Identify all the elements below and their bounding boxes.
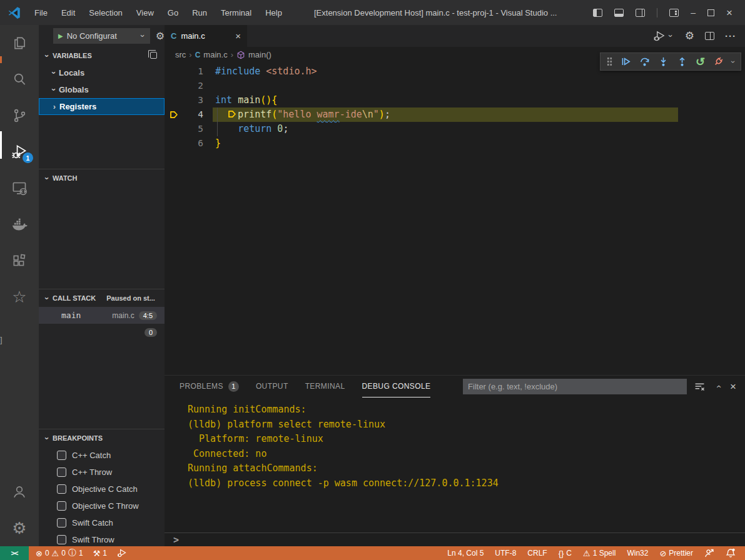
collapse-all-icon[interactable]: [150, 52, 157, 59]
debug-status[interactable]: [114, 548, 130, 558]
code-line-2[interactable]: 2: [165, 79, 745, 93]
call-stack-section-header[interactable]: › CALL STACK Paused on st...: [39, 289, 165, 307]
problems-status[interactable]: ⊗ 0 ⚠ 0 ⓘ 1: [33, 548, 86, 559]
spell-status[interactable]: ⚠ 1 Spell: [580, 549, 619, 558]
checkbox[interactable]: [57, 468, 66, 477]
panel-tab-problems[interactable]: PROBLEMS1: [180, 376, 239, 398]
toggle-panel-icon[interactable]: [614, 9, 624, 17]
breakpoint-row[interactable]: C++ Catch: [39, 447, 165, 464]
remote-indicator[interactable]: ><: [0, 546, 29, 560]
panel-tab-terminal[interactable]: TERMINAL: [305, 376, 345, 398]
breadcrumb-symbol[interactable]: main(): [248, 50, 271, 59]
breadcrumb-file[interactable]: main.c: [203, 50, 227, 59]
menu-edit[interactable]: Edit: [54, 0, 82, 25]
checkbox[interactable]: [57, 535, 66, 544]
watch-section-header[interactable]: › WATCH: [39, 169, 165, 187]
gear-icon: ⚙: [12, 519, 26, 538]
more-actions-icon[interactable]: ···: [725, 31, 736, 41]
feedback-button[interactable]: [701, 548, 717, 558]
settings-button[interactable]: ⚙: [0, 510, 39, 546]
menu-help[interactable]: Help: [258, 0, 289, 25]
notifications-button[interactable]: [722, 548, 739, 558]
toggle-sidebar-icon[interactable]: [593, 9, 602, 17]
variables-row-registers[interactable]: ›Registers: [39, 98, 165, 115]
debug-stopped-arrow-icon[interactable]: [165, 108, 183, 122]
code-editor[interactable]: 1#include <stdio.h>23int main(){4 printf…: [165, 62, 745, 375]
debug-console-input[interactable]: >: [165, 532, 745, 546]
gear-icon[interactable]: ⚙: [156, 30, 165, 42]
step-out-button[interactable]: [677, 56, 687, 67]
breakpoint-row[interactable]: Swift Throw: [39, 531, 165, 546]
tab-main-c[interactable]: C main.c ×: [165, 25, 247, 47]
stack-frame-row[interactable]: main main.c 4:5: [39, 307, 165, 324]
minimize-button[interactable]: –: [691, 8, 696, 18]
cursor-position[interactable]: Ln 4, Col 5: [444, 549, 487, 558]
breakpoint-row[interactable]: C++ Throw: [39, 464, 165, 481]
filter-input[interactable]: [463, 379, 687, 394]
close-icon[interactable]: ×: [235, 31, 241, 41]
sidebar-item-source-control[interactable]: [0, 98, 39, 134]
checkbox[interactable]: [57, 501, 66, 511]
breakpoint-row[interactable]: Objective C Catch: [39, 481, 165, 498]
drag-gripper-icon[interactable]: [607, 57, 612, 66]
sidebar-item-star[interactable]: ☆: [0, 279, 39, 315]
panel-tab-debug-console[interactable]: DEBUG CONSOLE: [362, 376, 431, 398]
breakpoint-row[interactable]: Swift Catch: [39, 514, 165, 531]
panel-tab-output[interactable]: OUTPUT: [256, 376, 288, 398]
menu-go[interactable]: Go: [161, 0, 185, 25]
code-line-5[interactable]: 5 return 0;: [165, 122, 745, 136]
code-line-3[interactable]: 3int main(){: [165, 93, 745, 108]
sidebar-item-search[interactable]: [0, 61, 39, 98]
close-window-button[interactable]: ×: [726, 8, 732, 18]
accounts-button[interactable]: [0, 474, 39, 510]
menu-terminal[interactable]: Terminal: [214, 0, 258, 25]
menu-selection[interactable]: Selection: [82, 0, 129, 25]
maximize-button[interactable]: [707, 9, 714, 16]
toggle-secondary-sidebar-icon[interactable]: [636, 9, 645, 17]
call-stack-section: › CALL STACK Paused on st... main main.c…: [39, 289, 165, 429]
debug-toolbar: ↺ ›: [600, 52, 741, 71]
sidebar-item-docker[interactable]: [0, 206, 39, 242]
start-debugging-icon[interactable]: ▶: [58, 32, 63, 39]
step-over-button[interactable]: [639, 56, 650, 67]
checkbox[interactable]: [57, 518, 66, 528]
breadcrumb-folder[interactable]: src: [175, 50, 186, 59]
checkbox[interactable]: [57, 451, 66, 460]
sidebar-item-explorer[interactable]: [0, 25, 39, 61]
encoding-status[interactable]: UTF-8: [492, 549, 519, 558]
tools-status[interactable]: ⚒ 1: [90, 549, 110, 558]
variables-row-globals[interactable]: ›Globals: [39, 81, 165, 98]
breakpoint-row[interactable]: Objective C Throw: [39, 498, 165, 514]
eol-status[interactable]: CRLF: [524, 549, 550, 558]
split-editor-icon[interactable]: [705, 32, 714, 40]
disconnect-button[interactable]: [713, 56, 724, 67]
code-line-6[interactable]: 6}: [165, 136, 745, 151]
run-or-debug-button[interactable]: ›: [654, 30, 674, 42]
vscode-window: FileEditSelectionViewGoRunTerminalHelp […: [0, 0, 745, 560]
platform-status[interactable]: Win32: [624, 549, 651, 558]
restart-button[interactable]: ↺: [696, 56, 705, 68]
maximize-panel-icon[interactable]: ›: [712, 383, 723, 391]
chevron-down-icon[interactable]: ›: [729, 61, 737, 63]
continue-button[interactable]: [621, 56, 631, 67]
sidebar-item-extensions[interactable]: [0, 242, 39, 279]
sidebar-item-remote-explorer[interactable]: [0, 170, 39, 206]
debug-config-dropdown[interactable]: ▶ No Configurat ›: [53, 28, 150, 44]
code-line-4[interactable]: 4 printf("hello wamr-ide\n");: [165, 108, 745, 122]
thread-row[interactable]: 0: [39, 324, 165, 341]
menu-file[interactable]: File: [28, 0, 54, 25]
formatter-status[interactable]: ⊘ Prettier: [656, 549, 696, 558]
checkbox[interactable]: [57, 484, 66, 494]
sidebar-item-run-and-debug[interactable]: 1: [0, 134, 39, 170]
breakpoints-section-header[interactable]: › BREAKPOINTS: [39, 429, 165, 447]
clear-console-icon[interactable]: [694, 381, 705, 392]
menu-view[interactable]: View: [129, 0, 161, 25]
gear-icon[interactable]: ⚙: [685, 29, 694, 42]
menu-run[interactable]: Run: [185, 0, 214, 25]
variables-row-locals[interactable]: ›Locals: [39, 64, 165, 81]
step-into-button[interactable]: [658, 56, 669, 67]
close-panel-icon[interactable]: ×: [730, 381, 736, 393]
variables-section-header[interactable]: › VARIABLES: [39, 47, 165, 64]
language-status[interactable]: {} C: [555, 549, 575, 558]
customize-layout-icon[interactable]: [669, 9, 679, 17]
